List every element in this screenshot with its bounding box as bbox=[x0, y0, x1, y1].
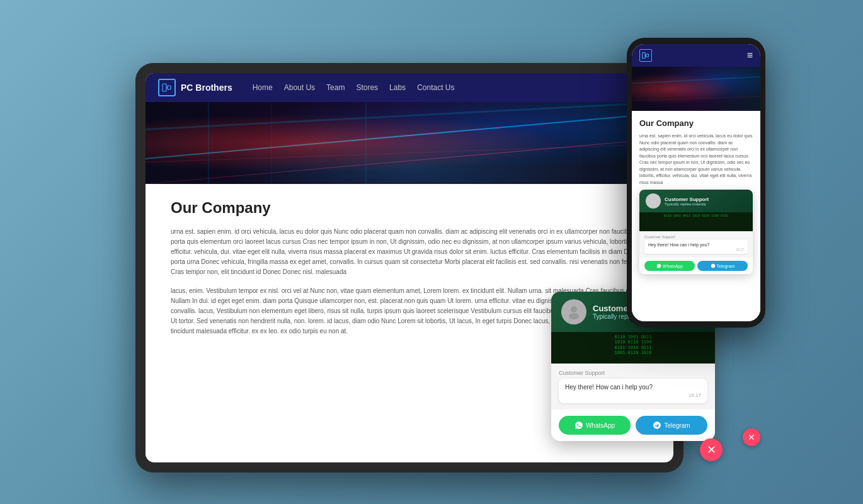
phone-telegram-button[interactable]: Telegram bbox=[697, 261, 748, 271]
phone-msg-time: 15:17 bbox=[648, 248, 744, 251]
phone-matrix-background: 0110 1001 0011 1010 0110 1100 0101 bbox=[639, 212, 753, 231]
phone-logo-icon bbox=[639, 49, 652, 62]
svg-rect-4 bbox=[146, 143, 673, 163]
tablet-logo: PC Brothers bbox=[158, 79, 232, 96]
phone-hero bbox=[632, 67, 760, 111]
svg-rect-6 bbox=[271, 102, 271, 184]
svg-rect-10 bbox=[643, 53, 646, 59]
matrix-text: 0110 1001 00111010 0110 11000101 1010 00… bbox=[612, 332, 654, 364]
phone-support-name: Customer Support bbox=[665, 197, 709, 202]
whatsapp-label: WhatsApp bbox=[586, 422, 615, 429]
phone-hamburger-icon[interactable]: ≡ bbox=[747, 50, 753, 61]
support-msg-bubble: Hey there! How can i help you? 15:17 bbox=[559, 379, 707, 403]
phone-msg-label: Customer Support bbox=[644, 235, 748, 239]
phone-telegram-label: Telegram bbox=[717, 264, 735, 268]
phone-company-heading: Our Company bbox=[639, 118, 753, 128]
phone-support-info: Customer Support Typically replies insta… bbox=[665, 197, 709, 206]
logo-icon bbox=[158, 79, 176, 96]
svg-rect-5 bbox=[208, 102, 209, 184]
phone-support-header: Customer Support Typically replies insta… bbox=[639, 190, 753, 212]
phone-content: Our Company urna est. sapien enim. id or… bbox=[632, 111, 760, 321]
telegram-icon bbox=[653, 421, 661, 430]
phone-whatsapp-button[interactable]: WhatsApp bbox=[644, 261, 695, 271]
phone-matrix-text: 0110 1001 0011 1010 0110 1100 0101 bbox=[639, 212, 753, 219]
svg-point-8 bbox=[571, 306, 577, 312]
support-message-area: Customer Support Hey there! How can i he… bbox=[551, 364, 715, 410]
svg-rect-3 bbox=[146, 102, 672, 130]
tablet-para-1: urna est. sapien enim. id orci vehicula,… bbox=[171, 227, 648, 277]
telegram-button[interactable]: Telegram bbox=[636, 416, 707, 435]
phone-para: urna est. sapien enim. id orci vehicula,… bbox=[639, 133, 753, 186]
support-msg-label: Customer Support bbox=[559, 370, 707, 376]
svg-rect-13 bbox=[632, 76, 760, 84]
telegram-label: Telegram bbox=[664, 422, 690, 429]
whatsapp-icon bbox=[574, 421, 583, 430]
support-msg-time: 15:17 bbox=[565, 392, 701, 398]
tablet-hero bbox=[146, 102, 673, 184]
nav-link-home[interactable]: Home bbox=[253, 83, 273, 92]
tablet-company-heading: Our Company bbox=[171, 199, 648, 217]
svg-rect-0 bbox=[163, 84, 166, 91]
phone-navbar: ≡ bbox=[632, 44, 760, 67]
support-avatar-inner bbox=[561, 299, 586, 324]
whatsapp-button[interactable]: WhatsApp bbox=[559, 416, 631, 435]
phone-telegram-icon bbox=[711, 263, 716, 268]
logo-text: PC Brothers bbox=[181, 83, 232, 93]
nav-link-stores[interactable]: Stores bbox=[356, 83, 378, 92]
tablet-navbar: PC Brothers Home About Us Team Stores La… bbox=[146, 73, 673, 102]
nav-link-labs[interactable]: Labs bbox=[389, 83, 406, 92]
phone-support-avatar bbox=[646, 193, 661, 209]
phone-support-msg: Customer Support Hey there! How can i he… bbox=[639, 231, 753, 258]
phone-whatsapp-label: WhatsApp bbox=[663, 264, 683, 268]
nav-link-about[interactable]: About Us bbox=[284, 83, 315, 92]
close-button-tablet[interactable]: ✕ bbox=[700, 438, 723, 461]
svg-rect-11 bbox=[646, 54, 649, 57]
tablet-nav-links: Home About Us Team Stores Labs Contact U… bbox=[253, 83, 455, 92]
close-button-phone[interactable]: ✕ bbox=[743, 428, 760, 446]
nav-link-contact[interactable]: Contact Us bbox=[417, 83, 454, 92]
nav-link-team[interactable]: Team bbox=[326, 83, 345, 92]
support-avatar bbox=[561, 299, 586, 324]
svg-rect-7 bbox=[365, 102, 367, 184]
scene: PC Brothers Home About Us Team Stores La… bbox=[85, 25, 778, 479]
svg-rect-14 bbox=[632, 96, 760, 101]
phone-msg-bubble: Hey there! How can i help you? 15:17 bbox=[644, 240, 748, 254]
phone-support-widget: Customer Support Typically replies insta… bbox=[639, 190, 753, 274]
phone-device: ≡ Our Company urna est. sapien enim. id … bbox=[627, 38, 765, 328]
svg-rect-1 bbox=[168, 86, 171, 89]
phone-screen: ≡ Our Company urna est. sapien enim. id … bbox=[632, 44, 760, 321]
phone-msg-text: Hey there! How can i help you? bbox=[648, 243, 709, 247]
phone-support-status: Typically replies instantly bbox=[665, 202, 709, 206]
matrix-background: 0110 1001 00111010 0110 11000101 1010 00… bbox=[551, 332, 715, 364]
phone-whatsapp-icon bbox=[656, 263, 661, 268]
phone-support-buttons: WhatsApp Telegram bbox=[639, 258, 753, 274]
svg-point-9 bbox=[569, 313, 579, 319]
support-buttons: WhatsApp Telegram bbox=[551, 410, 715, 441]
support-msg-text: Hey there! How can i help you? bbox=[565, 384, 653, 391]
